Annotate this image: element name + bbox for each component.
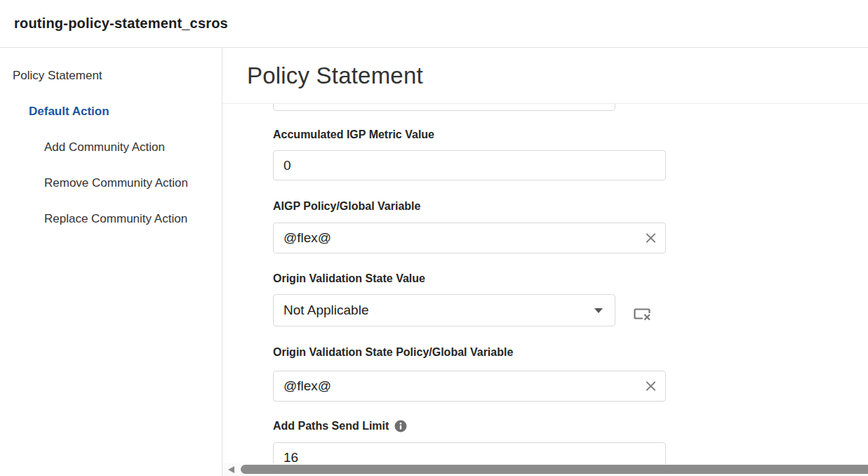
sidebar-item-label: Add Community Action	[44, 140, 165, 154]
sidebar-item-default-action[interactable]: Default Action	[0, 93, 222, 129]
horizontal-scrollbar[interactable]	[222, 463, 868, 476]
form-scroll-area: Accumulated IGP Metric Value AIGP Policy…	[222, 104, 868, 463]
window-title: routing-policy-statement_csros	[14, 15, 228, 32]
partially-visible-input[interactable]	[273, 104, 615, 111]
field-aigp-policy-global-variable	[273, 223, 666, 253]
sidebar-item-label: Replace Community Action	[44, 212, 187, 226]
field-label-accumulated-igp-metric-value: Accumulated IGP Metric Value	[273, 128, 434, 141]
info-icon[interactable]	[394, 420, 407, 432]
arrow-left-icon[interactable]	[228, 466, 234, 473]
field-add-paths-send-limit	[273, 442, 666, 463]
field-label-aigp-policy-global-variable: AIGP Policy/Global Variable	[273, 200, 420, 213]
sidebar-item-label: Policy Statement	[13, 69, 102, 83]
sidebar-item-replace-community-action[interactable]: Replace Community Action	[0, 201, 222, 237]
aigp-policy-global-variable-input[interactable]	[273, 223, 666, 253]
caret-down-icon	[594, 308, 603, 313]
sidebar-item-policy-statement[interactable]: Policy Statement	[0, 58, 222, 93]
sidebar-item-label: Remove Community Action	[44, 176, 188, 190]
add-paths-send-limit-input[interactable]	[273, 442, 666, 463]
sidebar-nav: Policy Statement Default Action Add Comm…	[0, 48, 222, 476]
sidebar-item-add-community-action[interactable]: Add Community Action	[0, 129, 222, 165]
page-title: Policy Statement	[247, 62, 423, 89]
app-layout: Policy Statement Default Action Add Comm…	[0, 48, 868, 476]
field-label-origin-validation-state-value: Origin Validation State Value	[273, 272, 425, 285]
clear-input-x-icon[interactable]	[645, 232, 657, 244]
clear-input-x-icon[interactable]	[645, 381, 657, 392]
field-label-origin-validation-state-policy-global-variable: Origin Validation State Policy/Global Va…	[273, 346, 513, 359]
scrollbar-thumb[interactable]	[241, 465, 868, 474]
dropdown-selected-value: Not Applicable	[283, 303, 368, 318]
field-label-add-paths-send-limit: Add Paths Send Limit	[273, 420, 407, 432]
window-title-bar: routing-policy-statement_csros	[0, 0, 868, 48]
sidebar-item-label: Default Action	[29, 105, 109, 119]
sidebar-item-remove-community-action[interactable]: Remove Community Action	[0, 165, 222, 201]
accumulated-igp-metric-value-input[interactable]	[273, 150, 666, 180]
field-accumulated-igp-metric-value	[273, 150, 666, 180]
field-origin-validation-state-policy-global-variable	[273, 371, 666, 402]
main-header: Policy Statement	[222, 48, 868, 104]
clear-selection-icon	[633, 306, 653, 323]
origin-validation-state-value-dropdown[interactable]: Not Applicable	[273, 294, 615, 326]
main-panel: Policy Statement Accumulated IGP Metric …	[222, 48, 868, 476]
origin-validation-state-policy-global-variable-input[interactable]	[273, 371, 666, 402]
clear-dropdown-selection-button[interactable]	[633, 306, 653, 323]
